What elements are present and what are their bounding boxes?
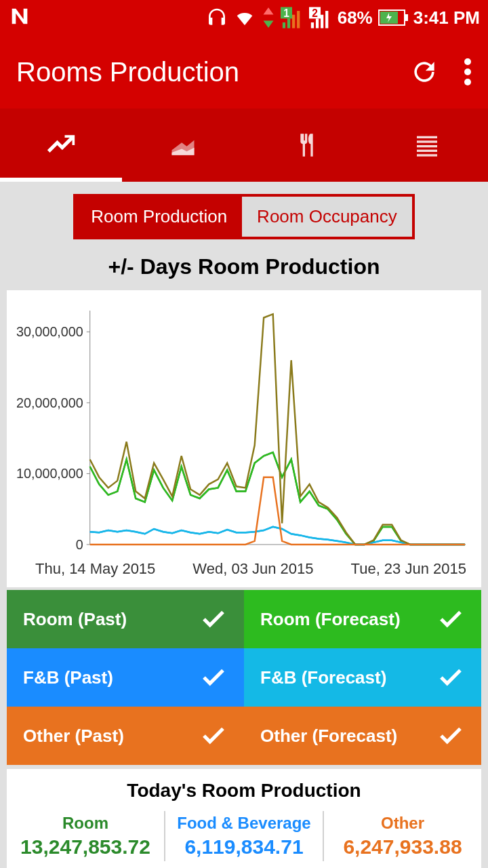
data-arrows-icon (262, 7, 275, 28)
today-other-label: Other (328, 814, 477, 833)
chart-title: +/- Days Room Production (0, 249, 488, 290)
legend-room-past[interactable]: Room (Past) (7, 590, 244, 648)
legend-label: Room (Past) (23, 609, 127, 630)
legend-other-forecast[interactable]: Other (Forecast) (244, 707, 481, 765)
chart-card: 010,000,00020,000,00030,000,000 Thu, 14 … (7, 290, 481, 587)
app-bar-actions (409, 57, 472, 87)
refresh-icon[interactable] (409, 57, 439, 87)
area-chart-icon (168, 130, 198, 160)
legend-label: Other (Past) (23, 726, 124, 747)
tab-bar (0, 108, 488, 182)
svg-rect-20 (417, 145, 437, 147)
svg-point-16 (464, 68, 471, 75)
svg-rect-5 (297, 11, 300, 28)
legend-other-past[interactable]: Other (Past) (7, 707, 244, 765)
wifi-icon (233, 6, 256, 29)
svg-text:0: 0 (76, 537, 83, 552)
check-icon (436, 722, 465, 750)
today-room-value: 13,247,853.72 (11, 835, 160, 859)
check-icon (199, 722, 228, 750)
status-left (8, 5, 31, 31)
svg-text:30,000,000: 30,000,000 (16, 324, 83, 339)
today-fb: Food & Beverage 6,119,834.71 (164, 811, 323, 861)
svg-rect-4 (292, 15, 295, 28)
legend-label: Other (Forecast) (260, 726, 397, 747)
line-chart: 010,000,00020,000,00030,000,000 (16, 304, 472, 555)
tab-trend[interactable] (0, 108, 122, 182)
svg-text:20,000,000: 20,000,000 (16, 395, 83, 410)
svg-rect-8 (311, 22, 314, 28)
svg-rect-22 (417, 154, 437, 156)
svg-point-15 (464, 58, 471, 65)
x-tick: Tue, 23 Jun 2015 (351, 560, 466, 578)
legend-room-forecast[interactable]: Room (Forecast) (244, 590, 481, 648)
x-axis-ticks: Thu, 14 May 2015 Wed, 03 Jun 2015 Tue, 2… (16, 555, 472, 580)
status-right: 1 2 68% 3:41 PM (206, 6, 480, 29)
today-title: Today's Room Production (7, 780, 481, 802)
svg-text:1: 1 (283, 7, 289, 19)
clock-time: 3:41 PM (413, 7, 480, 28)
legend-label: F&B (Past) (23, 667, 113, 688)
check-icon (436, 605, 465, 633)
today-room: Room 13,247,853.72 (7, 811, 164, 861)
sim1-signal-icon: 1 (281, 7, 304, 28)
svg-text:10,000,000: 10,000,000 (16, 466, 83, 481)
battery-charging-icon (378, 9, 408, 26)
check-icon (199, 663, 228, 692)
today-row: Room 13,247,853.72 Food & Beverage 6,119… (7, 811, 481, 861)
overflow-menu-icon[interactable] (464, 58, 472, 85)
headphones-icon (206, 7, 228, 28)
list-icon (413, 132, 441, 159)
svg-rect-10 (321, 15, 323, 28)
tab-list[interactable] (366, 108, 488, 182)
svg-rect-2 (283, 22, 285, 28)
seg-room-occupancy[interactable]: Room Occupancy (242, 197, 412, 237)
x-tick: Wed, 03 Jun 2015 (192, 560, 313, 578)
legend-grid: Room (Past) Room (Forecast) F&B (Past) F… (7, 590, 481, 765)
legend-fb-forecast[interactable]: F&B (Forecast) (244, 648, 481, 707)
svg-point-17 (464, 79, 471, 85)
svg-rect-11 (325, 11, 328, 28)
app-n-icon (8, 5, 31, 28)
svg-rect-3 (287, 18, 290, 28)
segmented-control-wrap: Room Production Room Occupancy (0, 182, 488, 249)
svg-rect-9 (316, 18, 319, 28)
check-icon (436, 663, 465, 692)
tab-fnb[interactable] (244, 108, 366, 182)
svg-rect-13 (405, 14, 408, 21)
battery-percent: 68% (338, 7, 373, 28)
legend-label: Room (Forecast) (260, 609, 401, 630)
restaurant-icon (291, 130, 319, 160)
legend-fb-past[interactable]: F&B (Past) (7, 648, 244, 707)
tab-area-chart[interactable] (122, 108, 244, 182)
x-tick: Thu, 14 May 2015 (35, 560, 155, 578)
check-icon (199, 605, 228, 633)
svg-rect-21 (417, 150, 437, 152)
today-other-value: 6,247,933.88 (328, 835, 477, 859)
seg-room-production[interactable]: Room Production (76, 197, 242, 237)
today-fb-label: Food & Beverage (169, 814, 319, 833)
chart-area[interactable]: 010,000,00020,000,00030,000,000 (16, 304, 472, 555)
svg-rect-19 (417, 140, 437, 142)
sim2-signal-icon: 2 (309, 7, 332, 28)
legend-label: F&B (Forecast) (260, 667, 386, 688)
today-section: Today's Room Production Room 13,247,853.… (7, 769, 481, 868)
today-room-label: Room (11, 814, 160, 833)
trend-up-icon (46, 130, 76, 160)
page-title: Rooms Production (16, 57, 239, 87)
svg-text:2: 2 (312, 7, 318, 19)
app-bar: Rooms Production (0, 35, 488, 108)
today-fb-value: 6,119,834.71 (169, 835, 319, 859)
segmented-control: Room Production Room Occupancy (73, 194, 415, 239)
today-other: Other 6,247,933.88 (323, 811, 481, 861)
status-bar: 1 2 68% 3:41 PM (0, 0, 488, 35)
svg-rect-18 (417, 136, 437, 138)
